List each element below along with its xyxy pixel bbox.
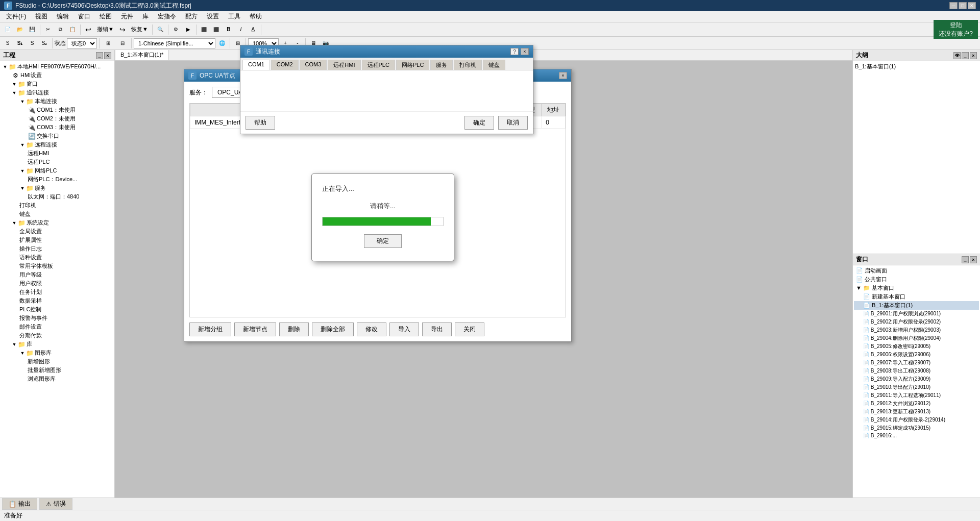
- tree-remote-plc[interactable]: 远程PLC: [1, 158, 113, 166]
- s-button3[interactable]: S: [27, 38, 38, 49]
- save-button[interactable]: 💾: [27, 24, 38, 35]
- tree-remote-conn[interactable]: ▼ 📁 远程连接: [1, 140, 113, 149]
- window-item-29003[interactable]: 📄 B_29003:新增用户权限(29003): [854, 326, 979, 334]
- tree-ethernet[interactable]: 以太网：端口：4840: [1, 192, 113, 201]
- conn-dialog-close-button[interactable]: ×: [521, 48, 529, 55]
- tree-data-sample[interactable]: 数据采样: [1, 296, 113, 305]
- outline-eye-btn[interactable]: 👁: [953, 52, 961, 59]
- export-button[interactable]: 导出: [422, 322, 452, 336]
- copy-button[interactable]: ⧉: [55, 24, 66, 35]
- conn-tab-service[interactable]: 服务: [430, 60, 453, 70]
- window-item-29015[interactable]: 📄 B_29015:绑定成功(29015): [854, 424, 979, 432]
- language-dropdown[interactable]: 1-Chinese (Simplifie...: [134, 38, 215, 48]
- maximize-button[interactable]: □: [959, 2, 967, 9]
- tree-serial-switch[interactable]: 🔄 交换串口: [1, 132, 113, 140]
- conn-help-button[interactable]: ?: [510, 48, 519, 55]
- tree-net-plc[interactable]: ▼ 📁 网络PLC: [1, 166, 113, 175]
- progress-ok-button[interactable]: 确定: [364, 234, 402, 248]
- tree-printer[interactable]: 打印机: [1, 201, 113, 210]
- window-item-29008[interactable]: 📄 B_29008:导出工程(29008): [854, 367, 979, 375]
- window-item-29004[interactable]: 📄 B_29004:删除用户权限(29004): [854, 334, 979, 342]
- tab-b1[interactable]: B_1:基本窗口(1)*: [115, 50, 169, 60]
- import-button[interactable]: 导入: [389, 322, 419, 336]
- conn-tab-remote-plc[interactable]: 远程PLC: [362, 60, 395, 70]
- conn-tab-net-plc[interactable]: 网络PLC: [396, 60, 429, 70]
- tree-op-log[interactable]: 操作日志: [1, 244, 113, 253]
- lang-settings-button[interactable]: 🌐: [216, 38, 228, 49]
- search-button[interactable]: 🔍: [155, 24, 166, 35]
- view-toggle[interactable]: ⊞: [102, 38, 115, 49]
- panel-minimize-btn[interactable]: _: [96, 52, 103, 59]
- window-item-29007[interactable]: 📄 B_29007:导入工程(29007): [854, 359, 979, 367]
- menu-edit[interactable]: 编辑: [53, 11, 73, 22]
- window-item-29014[interactable]: 📄 B_29014:用户权限登录-2(29014): [854, 416, 979, 424]
- outline-item-b1[interactable]: B_1:基本窗口(1): [854, 62, 979, 71]
- menu-help[interactable]: 帮助: [246, 11, 266, 22]
- tree-net-plc-device[interactable]: 网络PLC：Device...: [1, 175, 113, 184]
- tree-add-graphic[interactable]: 新增图形: [1, 357, 113, 366]
- tree-root[interactable]: ▼ 📁 本地HMI FE9070WE/FE6070H/...: [1, 62, 113, 71]
- view-toggle2[interactable]: ⊟: [116, 38, 129, 49]
- output-tab[interactable]: 📋 输出: [2, 498, 37, 510]
- tree-global-settings[interactable]: 全局设置: [1, 227, 113, 236]
- run-button[interactable]: ▶: [183, 24, 194, 35]
- menu-file[interactable]: 文件(F): [2, 11, 30, 22]
- s-button1[interactable]: S: [2, 38, 13, 49]
- menu-library[interactable]: 库: [138, 11, 153, 22]
- state-dropdown[interactable]: 状态0: [67, 38, 97, 48]
- minimize-button[interactable]: ─: [949, 2, 958, 9]
- italic-button[interactable]: I: [235, 24, 247, 35]
- window-item-new-basic[interactable]: 📄 新建基本窗口: [854, 292, 979, 301]
- conn-tab-com2[interactable]: COM2: [271, 60, 299, 70]
- tree-user-level[interactable]: 用户等级: [1, 270, 113, 279]
- tree-browse-graphic[interactable]: 浏览图形库: [1, 375, 113, 383]
- menu-window[interactable]: 窗口: [74, 11, 94, 22]
- window-item-29011[interactable]: 📄 B_29011:导入工程选项(29011): [854, 391, 979, 400]
- conn-tab-com3[interactable]: COM3: [300, 60, 327, 70]
- modify-button[interactable]: 修改: [357, 322, 386, 336]
- outline-close-btn[interactable]: ×: [970, 52, 977, 59]
- underline-button[interactable]: A: [248, 24, 259, 35]
- tree-window[interactable]: ▼ 📁 窗口: [1, 80, 113, 88]
- opc-dialog-close-button[interactable]: ×: [559, 72, 567, 79]
- close-button[interactable]: ✕: [968, 2, 976, 9]
- s-button4[interactable]: S₂: [39, 38, 50, 49]
- conn-help-btn[interactable]: 帮助: [246, 116, 275, 130]
- menu-settings[interactable]: 设置: [203, 11, 223, 22]
- conn-cancel-button[interactable]: 取消: [498, 116, 528, 130]
- window-item-public[interactable]: 📄 公共窗口: [854, 275, 979, 284]
- conn-tab-com1[interactable]: COM1: [242, 60, 270, 70]
- undo-button[interactable]: ↩: [83, 24, 94, 35]
- tree-remote-hmi[interactable]: 远程HMI: [1, 149, 113, 158]
- window-item-b1[interactable]: 📄 B_1:基本窗口(1): [854, 301, 979, 310]
- s-button2[interactable]: S₁: [14, 38, 26, 49]
- menu-recipe[interactable]: 配方: [181, 11, 202, 22]
- tree-installment[interactable]: 分期付款: [1, 331, 113, 340]
- tree-plc-ctrl[interactable]: PLC控制: [1, 305, 113, 314]
- window-item-startup[interactable]: 📄 启动画面: [854, 266, 979, 275]
- redo-button[interactable]: ↪: [117, 24, 128, 35]
- window-item-29001[interactable]: 📄 B_29001:用户权限浏览(29001): [854, 310, 979, 318]
- delete-all-button[interactable]: 删除全部: [312, 322, 354, 336]
- delete-button[interactable]: 删除: [279, 322, 309, 336]
- tree-alarm[interactable]: 报警与事件: [1, 314, 113, 322]
- window-item-29016[interactable]: 📄 B_29016:...: [854, 432, 979, 439]
- window-item-basic-folder[interactable]: ▼ 📁 基本窗口: [854, 284, 979, 292]
- tree-service[interactable]: ▼ 📁 服务: [1, 184, 113, 192]
- menu-view[interactable]: 视图: [31, 11, 52, 22]
- add-group-button[interactable]: 新增分组: [189, 322, 231, 336]
- tree-font-template[interactable]: 常用字体模板: [1, 262, 113, 270]
- outline-min-btn[interactable]: _: [962, 52, 969, 59]
- window-item-29012[interactable]: 📄 B_29012:文件浏览(29012): [854, 400, 979, 408]
- window-item-29005[interactable]: 📄 B_29005:修改密码(29005): [854, 342, 979, 351]
- open-button[interactable]: 📂: [14, 24, 26, 35]
- tree-sys-settings[interactable]: ▼ 📁 系统设定: [1, 218, 113, 227]
- window-item-29013[interactable]: 📄 B_29013:更新工程(29013): [854, 408, 979, 416]
- tree-task-plan[interactable]: 任务计划: [1, 288, 113, 296]
- tree-hmi-settings[interactable]: ⚙ HMI设置: [1, 71, 113, 80]
- conn-tab-printer[interactable]: 打印机: [454, 60, 482, 70]
- align-left-button[interactable]: ⬛: [199, 24, 210, 35]
- tree-com2[interactable]: 🔌 COM2：未使用: [1, 114, 113, 123]
- login-button[interactable]: 登陆 还没有账户?: [934, 20, 978, 39]
- tree-batch-add-graphic[interactable]: 批量新增图形: [1, 366, 113, 375]
